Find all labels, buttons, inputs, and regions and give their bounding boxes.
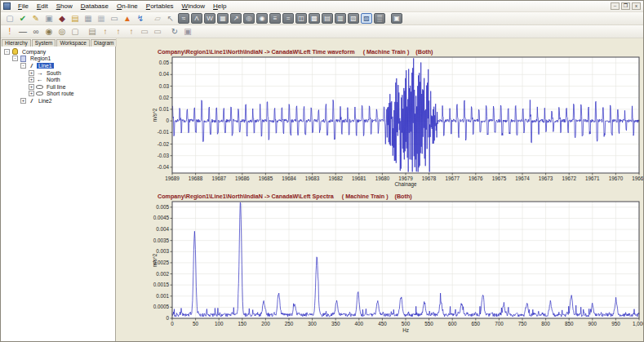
band-chart-icon[interactable]: ▒	[374, 13, 385, 24]
x-tick-label: 19678	[422, 175, 437, 181]
zoom-out-icon[interactable]: ◎	[56, 26, 69, 38]
tree-item-short-route[interactable]: +Short route	[1, 91, 115, 98]
copy-page-icon[interactable]: ▣	[181, 26, 194, 38]
open-check-icon[interactable]: ✔	[16, 13, 29, 24]
tree-item-region1[interactable]: -Region1	[1, 56, 115, 63]
link-icon[interactable]: ∞	[29, 26, 42, 38]
tab-workspace[interactable]: Workspace	[56, 39, 89, 47]
tab-diagram[interactable]: Diagram	[91, 39, 118, 47]
machine-group-icon[interactable]: ▦	[82, 13, 95, 24]
trend-chart-icon[interactable]: ↗	[230, 13, 242, 24]
alarm-flame-icon[interactable]: ▲	[121, 13, 134, 24]
menu-on-line[interactable]: On-line	[113, 1, 142, 11]
panel-a-icon[interactable]: ▭	[138, 26, 151, 38]
zoom-in-icon[interactable]: ◉	[42, 26, 56, 38]
close-button[interactable]: x	[632, 2, 641, 10]
collapse-icon[interactable]: -	[4, 49, 10, 55]
selected-chart-icon[interactable]: ▨	[361, 13, 372, 24]
minimize-button[interactable]: –	[611, 2, 620, 10]
tree-item-line1[interactable]: -/Line1	[1, 62, 115, 69]
x-tick-label: 19682	[328, 175, 343, 181]
orbit-chart-icon[interactable]: ◎	[243, 13, 255, 24]
cube-icon[interactable]: ▣	[42, 13, 56, 24]
collapse-icon[interactable]: -	[20, 63, 26, 69]
expand-icon[interactable]: +	[29, 77, 34, 82]
edit-pencil-icon[interactable]: ✎	[29, 13, 42, 24]
waveform-chart-icon[interactable]: ≈	[178, 13, 189, 24]
bode-chart-icon[interactable]: ≡	[269, 13, 281, 24]
waterfall-chart-icon[interactable]: W	[204, 13, 215, 24]
route-oval-icon	[36, 83, 43, 90]
hand-probe3-icon[interactable]: ↑	[125, 26, 138, 38]
tree-item-north[interactable]: +←North	[1, 76, 115, 83]
new-document-icon[interactable]: ▢	[3, 13, 16, 24]
chart1-title: Company\Region1\Line1\North\IndiaN -> Ca…	[158, 48, 433, 56]
machine-group2-icon[interactable]: ▦	[95, 13, 108, 24]
tree-item-line2[interactable]: +/Line2	[1, 97, 115, 104]
x-tick-label: 600	[448, 321, 457, 326]
grid-panel-icon[interactable]: ▢	[69, 26, 82, 38]
tab-hierarchy[interactable]: Hierarchy	[2, 39, 31, 47]
chart2-xlabel: Hz	[402, 327, 409, 333]
line-icon: /	[28, 62, 35, 69]
content-area: -Company-Region1-/Line1+→South+←North+Fu…	[1, 47, 643, 341]
x-tick-label: 750	[518, 321, 527, 326]
hand-probe2-icon[interactable]: ↑	[112, 26, 125, 38]
arrow-right-icon: →	[36, 69, 43, 76]
x-tick-label: 400	[355, 321, 364, 326]
spectrum-chart-icon[interactable]: Λ	[191, 13, 202, 24]
cursor-icon[interactable]: ↖	[164, 13, 177, 24]
table-chart-icon[interactable]: ▦	[217, 13, 229, 24]
x-tick-label: 19671	[585, 175, 600, 181]
line-style-icon[interactable]: —	[16, 26, 29, 38]
panel-b-icon[interactable]: ▭	[151, 26, 164, 38]
printer-icon[interactable]: ▭	[108, 13, 121, 24]
y-tick-label: 0	[166, 315, 169, 321]
folder-machines-icon[interactable]: ▤	[69, 13, 82, 24]
x-tick-label: 450	[378, 321, 387, 326]
hand-probe-icon[interactable]: ↑	[99, 26, 112, 38]
dual-chart-icon[interactable]: ◫	[295, 13, 307, 24]
spectra-chart[interactable]: 0501001502002503003504004505005506006507…	[116, 191, 643, 338]
tree-item-full-line[interactable]: +Full line	[1, 83, 115, 91]
menu-portables[interactable]: Portables	[142, 1, 178, 11]
expand-icon[interactable]: +	[20, 98, 26, 104]
x-tick-label: 19673	[539, 175, 553, 181]
x-tick-label: 900	[588, 321, 597, 326]
charts-pane: 1968919688196871968619685196841968319682…	[116, 47, 643, 341]
menu-window[interactable]: Window	[178, 1, 209, 11]
time-waveform-chart[interactable]: 1968919688196871968619685196841968319682…	[116, 47, 643, 190]
x-tick-label: 19686	[235, 175, 250, 181]
collapse-icon[interactable]: -	[12, 56, 18, 61]
menu-file[interactable]: File	[14, 1, 33, 11]
save-plot-icon[interactable]: ▣	[391, 13, 402, 24]
diamond-icon[interactable]: ◆	[56, 13, 69, 24]
overlay-chart-icon[interactable]: ▧	[348, 13, 359, 24]
expand-icon[interactable]: +	[29, 84, 34, 90]
notes-chart-icon[interactable]: ▥	[335, 13, 346, 24]
main-toolbar: ▢✔✎▣◆▤▦▦▭▲↯▱↖≈ΛW▦↗◎◉≡=◫▩▤▥▧▨▒▣	[1, 12, 643, 25]
shaft-centerline-icon[interactable]: =	[282, 13, 294, 24]
menu-show[interactable]: Show	[52, 1, 77, 11]
x-tick-label: 250	[285, 321, 294, 326]
connect-icon[interactable]: ↯	[134, 13, 147, 24]
tree-item-company[interactable]: -Company	[1, 48, 115, 56]
menu-edit[interactable]: Edit	[33, 1, 52, 11]
x-tick-label: 19675	[492, 175, 507, 181]
refresh-icon[interactable]: ↻	[168, 26, 181, 38]
tree-item-south[interactable]: +→South	[1, 69, 115, 77]
restore-button[interactable]: ❐	[621, 2, 630, 10]
expand-icon[interactable]: +	[29, 91, 34, 96]
x-tick-label: 19681	[352, 175, 366, 181]
alert-icon[interactable]: !	[3, 26, 16, 38]
report-chart-icon[interactable]: ▤	[322, 13, 333, 24]
matrix-chart-icon[interactable]: ▩	[309, 13, 320, 24]
x-tick-label: 19683	[305, 175, 320, 181]
polar-chart-icon[interactable]: ◉	[256, 13, 268, 24]
menu-database[interactable]: Database	[77, 1, 113, 11]
tab-system[interactable]: System	[32, 39, 56, 47]
chart-disabled-icon[interactable]: ▱	[151, 13, 164, 24]
clipboard-icon[interactable]: ▤	[86, 26, 99, 38]
expand-icon[interactable]: +	[29, 70, 34, 76]
menu-help[interactable]: Help	[209, 1, 230, 11]
